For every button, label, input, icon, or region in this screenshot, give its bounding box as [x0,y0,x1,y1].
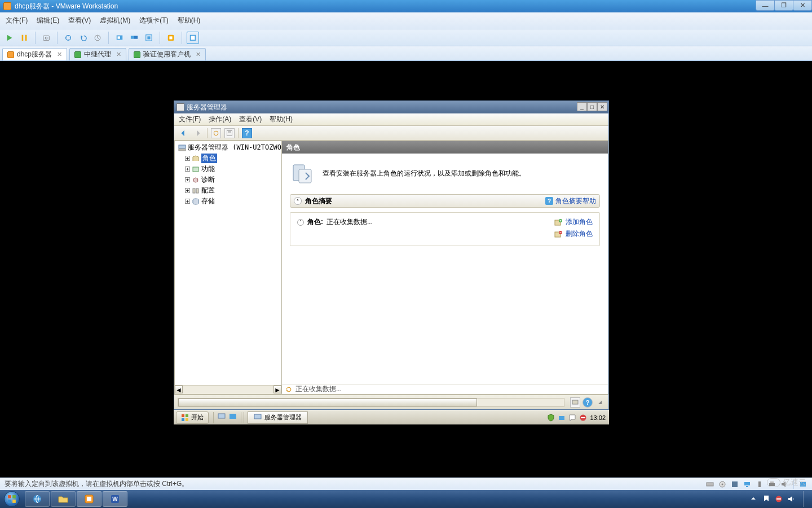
close-icon[interactable]: ✕ [196,51,201,58]
sm-titlebar[interactable]: 服务器管理器 _ □ ✕ [174,101,608,113]
pin-explorer[interactable] [51,491,76,507]
vm-tab-client[interactable]: 验证使用客户机 ✕ [129,48,206,60]
expand-icon[interactable]: + [185,177,190,182]
usb-device-icon[interactable] [755,480,764,489]
menu-help[interactable]: 帮助(H) [178,16,201,25]
security-tray-icon[interactable] [547,414,555,422]
show-console-icon[interactable] [113,32,126,44]
svg-rect-13 [147,36,150,39]
pin-word[interactable]: W [103,491,127,507]
properties-icon[interactable] [224,128,235,138]
menu-tabs[interactable]: 选项卡(T) [139,16,168,25]
show-desktop-button[interactable] [803,491,806,507]
menu-file[interactable]: 文件(F) [6,16,28,25]
cd-device-icon[interactable] [718,480,727,489]
tree-item-diagnostics[interactable]: +诊断 [177,174,281,185]
tree-item-storage[interactable]: +存储 [177,196,281,207]
pin-vmware[interactable] [77,491,102,507]
add-role-icon [554,218,562,226]
svg-rect-37 [572,400,578,404]
sm-menu-file[interactable]: 文件(F) [179,115,201,124]
menu-vm[interactable]: 虚拟机(M) [100,16,130,25]
hdd-device-icon[interactable] [705,480,714,489]
tree-item-features[interactable]: +功能 [177,164,281,174]
host-pinned-apps: W [25,491,127,507]
scroll-thumb[interactable] [178,398,477,406]
pin-ie[interactable] [25,491,50,507]
toolbar-separator [57,32,58,44]
unity-icon[interactable] [165,32,177,44]
host-start-button[interactable] [1,491,23,507]
fullscreen-icon[interactable] [143,32,155,44]
add-role-link[interactable]: 添加角色 [554,217,593,227]
svg-rect-61 [8,500,11,503]
sm-minimize-button[interactable]: _ [577,102,587,111]
sm-tree-panel: 服务器管理器 (WIN-U2TOZWOL1H +角色 +功能 +诊断 +配置 +… [174,141,281,395]
minimize-button[interactable]: — [756,0,775,11]
guest-start-button[interactable]: 开始 [176,411,209,424]
resize-grip-icon[interactable]: ◢ [595,397,605,408]
help-icon[interactable]: ? [242,128,252,138]
vm-tab-relay[interactable]: 中继代理 ✕ [69,48,126,60]
sm-menu-help[interactable]: 帮助(H) [270,115,293,124]
guest-clock[interactable]: 13:02 [590,414,606,421]
expand-icon[interactable]: + [185,156,190,161]
scroll-right-button[interactable]: ► [273,386,281,393]
collapse-icon[interactable]: ˄ [297,219,304,226]
expand-icon[interactable]: + [185,188,190,193]
sm-hscroll[interactable] [178,398,564,407]
close-icon[interactable]: ✕ [57,51,62,58]
thumbnail-view-icon[interactable] [187,32,199,44]
tray-expand-icon[interactable] [750,495,758,503]
tree-root[interactable]: 服务器管理器 (WIN-U2TOZWOL1H [177,142,281,153]
svg-rect-25 [193,167,198,172]
snapshot-icon[interactable] [40,32,52,44]
snapshot-take-icon[interactable] [62,32,74,44]
power-on-icon[interactable] [3,32,16,44]
tree-item-configuration[interactable]: +配置 [177,185,281,196]
forward-button[interactable] [192,128,204,138]
sm-maximize-button[interactable]: □ [587,102,597,111]
expand-icon[interactable]: + [185,167,190,172]
network-device-icon[interactable] [743,480,752,489]
back-button[interactable] [178,128,189,138]
desktop-ql-icon[interactable] [228,412,237,423]
tree-item-roles[interactable]: +角色 [177,153,281,164]
sm-close-button[interactable]: ✕ [597,102,607,111]
vmware-toolbar [0,29,812,46]
volume-icon[interactable] [787,495,795,503]
menu-edit[interactable]: 编辑(E) [37,16,59,25]
expand-icon[interactable]: + [185,199,190,204]
multi-monitor-icon[interactable] [128,32,140,44]
blocked-icon[interactable] [775,495,783,503]
console-icon[interactable] [570,397,580,408]
snapshot-manager-icon[interactable] [91,32,104,44]
collapse-icon[interactable]: ˄ [294,197,302,205]
guest-viewport[interactable]: 服务器管理器 _ □ ✕ 文件(F) 操作(A) 查看(V) 帮助(H) ? [0,61,812,478]
network-tray-icon[interactable] [558,414,566,422]
svg-rect-27 [193,189,195,193]
close-button[interactable]: ✕ [793,0,812,11]
roles-summary-help-link[interactable]: ? 角色摘要帮助 [545,196,596,206]
guest-task-server-manager[interactable]: 服务器管理器 [248,411,308,424]
sm-menu-action[interactable]: 操作(A) [209,115,231,124]
svg-rect-11 [134,36,138,38]
sm-menu-view[interactable]: 查看(V) [239,115,262,124]
snapshot-revert-icon[interactable] [77,32,89,44]
blocked-tray-icon[interactable] [579,414,587,422]
scroll-left-button[interactable]: ◄ [175,386,183,393]
refresh-icon[interactable] [211,128,221,138]
windows-flag-icon [181,414,189,422]
vm-tab-dhcp[interactable]: dhcp服务器 ✕ [2,48,67,60]
action-center-icon[interactable] [762,495,770,503]
suspend-icon[interactable] [18,32,30,44]
menu-view[interactable]: 查看(V) [68,16,91,25]
server-manager-ql-icon[interactable] [217,412,226,423]
floppy-device-icon[interactable] [730,480,739,489]
help-icon[interactable]: ? [582,397,593,408]
maximize-button[interactable]: ❐ [774,0,793,11]
action-center-tray-icon[interactable] [568,414,576,422]
tree-hscroll[interactable]: ◄ ► [175,385,281,394]
remove-role-link[interactable]: 删除角色 [554,229,593,239]
close-icon[interactable]: ✕ [116,51,121,58]
